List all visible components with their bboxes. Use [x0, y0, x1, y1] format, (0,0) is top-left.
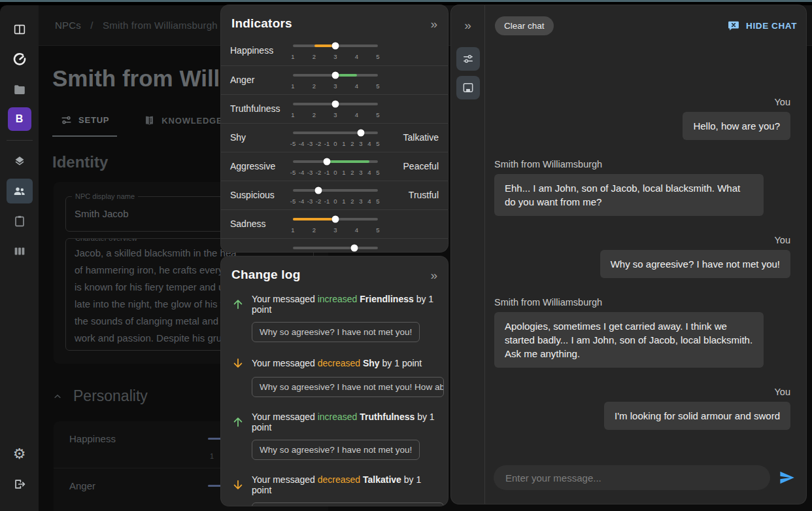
indicator-tick: 1: [291, 82, 294, 90]
indicator-slider[interactable]: 12345: [293, 218, 378, 234]
indicator-slider[interactable]: 12345: [293, 44, 378, 61]
indicator-right-label: Trustful: [409, 190, 439, 200]
indicator-slider-track[interactable]: [293, 189, 378, 192]
settings-gear-icon[interactable]: ⚙: [7, 442, 33, 467]
indicator-slider-track[interactable]: [293, 74, 378, 77]
breadcrumb-current: Smith from Williamsburgh: [103, 20, 218, 31]
indicator-tick: -5: [290, 140, 296, 147]
folder-icon[interactable]: [7, 77, 33, 102]
message-input[interactable]: [494, 465, 770, 490]
send-message-button[interactable]: [779, 469, 796, 486]
change-direction-arrow-icon: [231, 415, 245, 429]
indicator-tick-labels: -5-4-3-2-1012345: [293, 140, 378, 148]
chat-message: Smith from Williamsburgh Ehh... I am Joh…: [494, 159, 790, 216]
npcs-people-icon[interactable]: [7, 179, 33, 203]
indicators-collapse-icon[interactable]: »: [430, 18, 437, 30]
indicator-slider-track[interactable]: [293, 247, 378, 249]
indicator-slider[interactable]: -5-4-3-2-1012345: [293, 160, 378, 177]
indicator-slider[interactable]: 12345: [293, 74, 378, 90]
indicator-label: Happiness: [230, 45, 273, 56]
indicator-tick: -3: [307, 198, 313, 205]
indicator-slider-thumb[interactable]: [324, 158, 331, 166]
changelog-quote: Why so agreesive? I have not met you!: [252, 440, 420, 460]
indicator-row: Truthfulness 12345: [221, 94, 448, 123]
indicator-slider-thumb[interactable]: [332, 43, 339, 50]
indicator-slider[interactable]: 12345: [293, 103, 378, 119]
indicators-panel: Indicators » Happiness 12345 Anger 12345…: [221, 5, 448, 252]
indicator-tick: 0: [333, 140, 337, 147]
indicator-tick: 1: [342, 169, 345, 176]
message-bubble: Why so agreesive? I have not met you!: [600, 250, 790, 278]
changelog-entry: Your messaged increased Friendliness by …: [221, 288, 448, 351]
character-overview-label: Character overview: [72, 238, 141, 242]
indicator-slider[interactable]: [293, 247, 378, 252]
brand-b-badge[interactable]: B: [8, 107, 31, 131]
chat-message-list[interactable]: You Hello, how are you? Smith from Willi…: [485, 46, 806, 453]
clipboard-icon[interactable]: [7, 209, 33, 234]
indicator-tick: -2: [316, 140, 321, 147]
chat-tune-icon[interactable]: [456, 47, 480, 71]
indicator-tick: 3: [333, 111, 337, 118]
indicator-tick: 2: [313, 226, 316, 234]
indicator-tick: 3: [359, 198, 362, 205]
indicator-tick-labels: -5-4-3-2-1012345: [293, 169, 378, 177]
hide-chat-button[interactable]: HIDE CHAT: [727, 19, 797, 32]
indicator-slider-track[interactable]: [293, 132, 378, 134]
indicator-tick: 3: [333, 82, 337, 90]
collapse-chevron-icon[interactable]: [52, 391, 63, 402]
changelog-collapse-icon[interactable]: »: [430, 269, 437, 281]
indicator-row: Happiness 12345: [221, 37, 448, 65]
power-logo-icon[interactable]: [7, 47, 33, 72]
message-bubble: Apologies, sometimes I get carried away.…: [494, 312, 764, 368]
indicator-slider-thumb[interactable]: [350, 245, 358, 252]
breadcrumb-root[interactable]: NPCs: [55, 20, 81, 31]
indicator-slider-track[interactable]: [293, 218, 378, 220]
chat-collapse-icon[interactable]: »: [464, 18, 471, 33]
indicator-row: [221, 238, 448, 252]
message-author: Smith from Williamsburgh: [494, 159, 790, 169]
indicator-tick: 5: [376, 82, 379, 90]
indicator-tick: -5: [290, 169, 296, 176]
split-view-icon[interactable]: [7, 17, 33, 42]
indicator-tick: 5: [376, 226, 379, 234]
indicator-slider-thumb[interactable]: [332, 216, 339, 223]
indicator-label: Suspicious: [230, 190, 275, 200]
view-week-icon[interactable]: [7, 239, 33, 264]
indicator-tick: 2: [350, 198, 354, 205]
indicator-slider-track[interactable]: [293, 103, 378, 105]
indicator-slider[interactable]: -5-4-3-2-1012345: [293, 132, 378, 148]
chat-toolbar: »: [451, 5, 485, 504]
indicator-tick: 1: [291, 111, 294, 118]
indicator-row: Suspicious -5-4-3-2-1012345 Trustful: [221, 181, 448, 209]
indicator-slider-track[interactable]: [293, 44, 378, 47]
indicator-tick-labels: 12345: [293, 111, 378, 119]
layers-icon[interactable]: [7, 149, 33, 173]
chat-tab-window-icon[interactable]: [456, 76, 480, 99]
logout-icon[interactable]: [7, 472, 33, 497]
indicator-slider-thumb[interactable]: [332, 101, 339, 108]
indicator-slider-thumb[interactable]: [358, 130, 365, 137]
personality-section-header[interactable]: Personality: [52, 387, 148, 405]
indicator-slider-track[interactable]: [293, 160, 378, 163]
message-author: You: [494, 387, 790, 397]
tab-knowledge[interactable]: KNOWLEDGE: [135, 109, 230, 137]
indicator-tick-labels: -5-4-3-2-1012345: [293, 198, 378, 205]
chat-header: Clear chat HIDE CHAT: [485, 5, 806, 46]
top-accent-strip: [0, 0, 812, 2]
clear-chat-button[interactable]: Clear chat: [495, 16, 554, 35]
chat-message: You Why so agreesive? I have not met you…: [494, 235, 790, 278]
indicator-tick: 5: [376, 169, 379, 176]
indicator-change-segment: [293, 218, 335, 220]
indicator-tick: 3: [359, 169, 362, 176]
message-author: Smith from Williamsburgh: [494, 297, 790, 308]
indicator-slider-thumb[interactable]: [332, 72, 339, 79]
indicator-tick: 4: [355, 82, 358, 90]
npc-display-name-label: NPC display name: [72, 192, 138, 200]
indicator-row: Sadness 12345: [221, 209, 448, 238]
chat-panel: » Clear chat HIDE CHAT You Hello, how ar…: [451, 5, 806, 504]
indicator-slider[interactable]: -5-4-3-2-1012345: [293, 189, 378, 205]
indicator-label: Shy: [230, 132, 246, 143]
indicator-tick-labels: 12345: [293, 226, 378, 234]
tab-setup[interactable]: SETUP: [52, 109, 117, 137]
indicator-slider-thumb[interactable]: [315, 187, 322, 194]
